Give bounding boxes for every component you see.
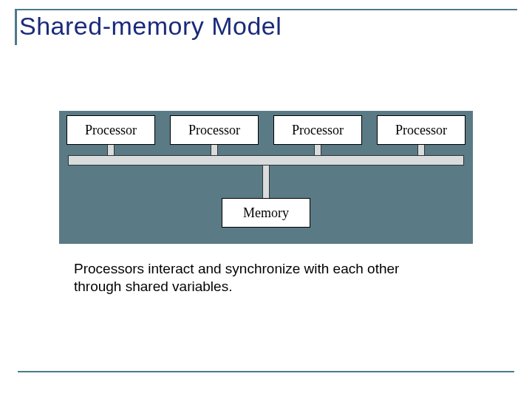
connector-4 bbox=[417, 145, 425, 155]
processor-box-2: Processor bbox=[170, 115, 259, 145]
processor-box-3: Processor bbox=[273, 115, 362, 145]
caption-text: Processors interact and synchronize with… bbox=[74, 260, 443, 296]
connector-2 bbox=[211, 145, 218, 155]
title-block: Shared-memory Model bbox=[15, 9, 517, 41]
slide-title: Shared-memory Model bbox=[15, 12, 517, 41]
processor-box-4: Processor bbox=[377, 115, 466, 145]
bottom-rule bbox=[18, 371, 514, 372]
processor-row: Processor Processor Processor Processor bbox=[59, 115, 473, 145]
connector-memory bbox=[262, 166, 270, 198]
memory-box: Memory bbox=[222, 198, 310, 228]
connector-3 bbox=[314, 145, 321, 155]
bus-bar bbox=[68, 155, 464, 166]
diagram-area: Processor Processor Processor Processor … bbox=[59, 111, 473, 244]
connector-1 bbox=[107, 145, 115, 155]
processor-box-1: Processor bbox=[66, 115, 155, 145]
title-vertical-bar bbox=[15, 9, 17, 45]
top-rule bbox=[15, 9, 517, 10]
